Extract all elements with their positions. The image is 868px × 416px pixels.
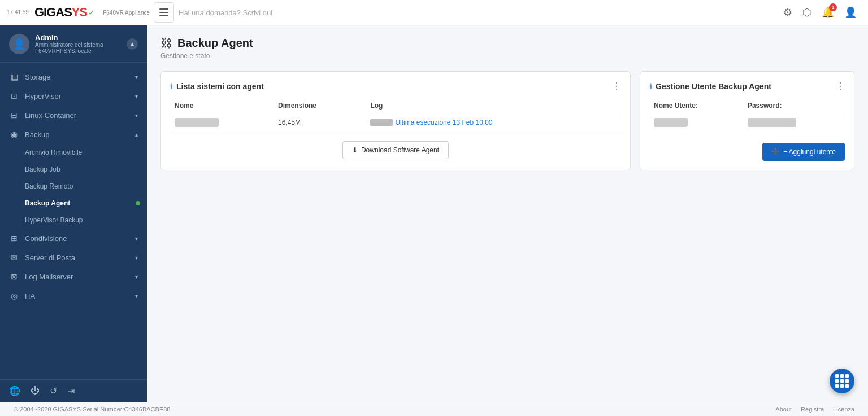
chevron-down-icon: ▾ [135,293,138,299]
sub-item-label: Archivio Rimovibile [25,148,82,156]
sidebar-bottom: 🌐 ⏻ ↺ ⇥ [0,379,147,402]
cell-nome: XXXXXXXXX [170,113,274,132]
blurred-log-prefix [370,119,393,126]
agent-table: Nome Dimensione Log XXXXXXXXX 16,45M [170,98,621,132]
add-user-label: + Aggiungi utente [783,148,836,156]
power-icon[interactable]: ⏻ [31,386,40,396]
table-row: XXXXXX XXXXXXXXX [649,113,845,132]
sidebar-item-ha[interactable]: ◎ HA ▾ [0,286,147,305]
table-header-row: Nome Dimensione Log [170,98,621,113]
condivisione-icon: ⊞ [9,234,19,243]
chevron-down-icon: ▾ [135,93,138,99]
user-icon[interactable]: 👤 [844,6,857,19]
topbar-center: Hai una domanda? Scrivi qui [154,2,783,23]
user-role: Amministratore del sistema [35,42,121,48]
footer-link-registra[interactable]: Registra [801,406,824,413]
backup-icon: ◉ [9,130,19,139]
card-title-row: ℹ Gestione Utente Backup Agent [649,82,771,91]
sidebar-item-storage[interactable]: ▦ Storage ▾ [0,67,147,86]
card-menu-icon[interactable]: ⋮ [612,81,621,91]
sidebar-item-server-posta[interactable]: ✉ Server di Posta ▾ [0,248,147,267]
avatar: 👤 [9,34,29,54]
expand-user-button[interactable]: ▲ [127,38,138,50]
main-content: ⛓ Backup Agent Gestione e stato ℹ Lista … [147,25,868,402]
log-link[interactable]: Ultima esecuzione 13 Feb 10:00 [395,119,492,126]
table-row: XXXXXXXXX 16,45M Ultima esecuzione 13 Fe… [170,113,621,132]
sub-item-label: HyperVisor Backup [25,216,83,224]
add-user-button[interactable]: ➕ + Aggiungi utente [762,143,845,161]
card-title: Lista sistemi con agent [176,82,264,91]
chevron-down-icon: ▾ [135,255,138,261]
user-host: F640VRHPSYS.locale [35,48,121,54]
footer-link-about[interactable]: About [775,406,792,413]
sidebar-item-linux-container[interactable]: ⊟ Linux Container ▾ [0,106,147,125]
settings-icon[interactable]: ⚙ [783,6,792,19]
card-header-right: ℹ Gestione Utente Backup Agent ⋮ [649,81,845,91]
topbar-left: 17:41:59 GIGASYS ✓ F640VR Appliance [7,5,154,20]
log-icon: ⊠ [9,272,19,281]
logo: GIGASYS ✓ [34,5,95,20]
topbar: 17:41:59 GIGASYS ✓ F640VR Appliance Hai … [0,0,868,25]
linux-container-icon: ⊟ [9,111,19,120]
topbar-time: 17:41:59 [7,10,29,15]
user-name: Admin [35,33,121,42]
fab-grid-icon [835,374,849,388]
sub-item-label: Backup Job [25,165,60,173]
card-title-row: ℹ Lista sistemi con agent [170,82,264,91]
sidebar-item-backup-job[interactable]: Backup Job [0,161,147,178]
page-subtitle: Gestione e stato [160,52,854,60]
sidebar-item-backup[interactable]: ◉ Backup ▴ [0,125,147,144]
blurred-password: XXXXXXXXX [748,118,796,127]
search-placeholder: Hai una domanda? Scrivi qui [179,8,272,17]
fab-button[interactable] [830,369,854,393]
blurred-username: XXXXXX [654,118,688,127]
sidebar: 👤 Admin Amministratore del sistema F640V… [0,25,147,402]
cell-nome-utente: XXXXXX [649,113,743,132]
storage-icon: ▦ [9,72,19,81]
notification-badge: 1 [829,3,837,11]
page-title: Backup Agent [177,37,253,50]
sidebar-item-backup-agent[interactable]: Backup Agent [0,195,147,212]
ha-icon: ◎ [9,291,19,300]
plus-icon: ➕ [771,148,780,156]
chevron-down-icon: ▾ [135,235,138,242]
mail-icon: ✉ [9,253,19,262]
sidebar-item-label: Server di Posta [25,253,129,262]
globe-icon[interactable]: 🌐 [9,386,20,396]
sub-item-label: Backup Agent [25,199,70,207]
chevron-down-icon: ▾ [135,74,138,80]
col-nome-utente: Nome Utente: [649,98,743,113]
utente-table: Nome Utente: Password: XXXXXX XXXXXXXXX [649,98,845,132]
col-password: Password: [743,98,845,113]
card-footer: ⬇ Download Software Agent [170,141,621,159]
chevron-down-icon: ▾ [135,112,138,119]
download-software-agent-button[interactable]: ⬇ Download Software Agent [342,141,449,159]
cell-dimensione: 16,45M [274,113,366,132]
info-icon: ℹ [170,82,173,91]
sidebar-item-hypervisor[interactable]: ⊡ HyperVisor ▾ [0,86,147,106]
card-menu-icon[interactable]: ⋮ [836,81,845,91]
sidebar-item-label: Condivisione [25,234,129,243]
sidebar-item-hypervisor-backup[interactable]: HyperVisor Backup [0,212,147,229]
sidebar-item-log-mailserver[interactable]: ⊠ Log Mailserver ▾ [0,267,147,286]
blurred-name: XXXXXXXXX [175,118,219,127]
sidebar-item-label: HA [25,292,129,300]
box-icon[interactable]: ⬡ [802,6,811,19]
sidebar-item-label: Storage [25,73,129,81]
notification-icon[interactable]: 🔔 1 [822,6,834,19]
download-icon: ⬇ [352,146,358,154]
sidebar-item-label: Log Mailserver [25,273,129,281]
col-log: Log [366,98,621,113]
sidebar-item-condivisione[interactable]: ⊞ Condivisione ▾ [0,229,147,248]
sidebar-item-backup-remoto[interactable]: Backup Remoto [0,178,147,195]
logout-icon[interactable]: ⇥ [67,386,75,396]
footer-link-licenza[interactable]: Licenza [833,406,854,413]
hamburger-button[interactable] [154,2,174,23]
hypervisor-icon: ⊡ [9,91,19,100]
page-header: ⛓ Backup Agent [160,37,854,50]
sidebar-item-label: Linux Container [25,111,129,120]
download-label: Download Software Agent [361,146,439,154]
refresh-icon[interactable]: ↺ [50,386,57,396]
sidebar-item-archivio-rimovibile[interactable]: Archivio Rimovibile [0,144,147,161]
topbar-right: ⚙ ⬡ 🔔 1 👤 [783,6,861,19]
